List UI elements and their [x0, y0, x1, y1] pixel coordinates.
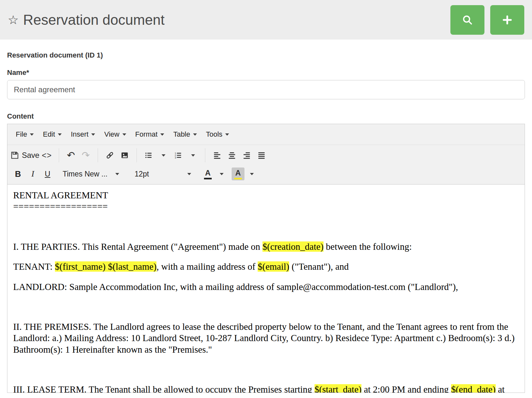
undo-icon: ↶: [67, 150, 75, 160]
search-icon: [462, 14, 473, 26]
insert-link-button[interactable]: [102, 148, 117, 163]
font-family-value: Times New ...: [63, 170, 108, 178]
chevron-down-icon: [191, 154, 195, 157]
toolbar-separator: [59, 148, 59, 162]
background-color-menu-button[interactable]: [244, 166, 259, 182]
font-family-select[interactable]: Times New ...: [59, 166, 122, 182]
numbered-list-menu-button[interactable]: [186, 148, 200, 163]
chevron-down-icon: [220, 173, 224, 175]
header-actions: [450, 5, 524, 35]
chevron-down-icon: [187, 173, 191, 175]
italic-icon: I: [31, 169, 34, 179]
menu-insert[interactable]: Insert: [66, 128, 100, 140]
chevron-down-icon: [58, 133, 62, 136]
text-color-button[interactable]: A: [201, 167, 214, 180]
background-color-control: A: [232, 166, 259, 182]
doc-text: TENANT:: [13, 261, 55, 272]
chevron-down-icon: [160, 133, 164, 136]
background-color-button[interactable]: A: [232, 167, 244, 180]
align-left-icon: [213, 151, 221, 159]
justify-button[interactable]: [254, 148, 269, 163]
editor-toolbar-row2: B I U Times New ... 12pt A A: [7, 166, 525, 184]
align-center-button[interactable]: [225, 148, 239, 163]
link-icon: [105, 151, 114, 160]
content-field-label: Content: [7, 112, 525, 121]
doc-text: III. LEASE TERM. The Tenant shall be all…: [13, 384, 315, 393]
font-size-select[interactable]: 12pt: [131, 166, 194, 182]
text-color-menu-button[interactable]: [214, 166, 229, 182]
doc-paragraph: [13, 301, 519, 312]
underline-icon: U: [45, 169, 50, 178]
floppy-disk-icon: [11, 151, 19, 159]
main-content: Reservation document (ID 1) Name* Conten…: [0, 51, 532, 393]
doc-text: , with a mailing address of: [156, 261, 258, 272]
chevron-down-icon: [250, 173, 254, 175]
doc-text: at 2:00 PM and ending: [361, 384, 451, 393]
bullet-list-menu-button[interactable]: [156, 148, 171, 163]
doc-text: RENTAL AGREEMENT ==================: [13, 190, 108, 212]
svg-text:3: 3: [174, 156, 176, 159]
menu-view[interactable]: View: [100, 128, 130, 140]
template-variable: $(email): [258, 261, 289, 272]
redo-button[interactable]: ↷: [78, 148, 93, 163]
page-title: Reservation document: [23, 12, 450, 28]
doc-text: LANDLORD: Sample Accommodation Inc, with…: [13, 282, 458, 292]
doc-paragraph: [13, 221, 519, 232]
numbered-list-icon: 1 2 3: [174, 151, 182, 159]
text-color-indicator: [204, 178, 212, 179]
code-icon: <>: [42, 151, 52, 160]
doc-text: ("Tenant"), and: [289, 261, 349, 272]
name-field-label: Name*: [7, 68, 525, 77]
doc-text: between the following:: [324, 241, 412, 252]
menu-tools[interactable]: Tools: [201, 128, 234, 140]
favorite-star-icon[interactable]: ☆: [8, 14, 19, 26]
background-color-indicator: [234, 178, 242, 179]
insert-image-button[interactable]: [117, 148, 132, 163]
image-icon: [120, 151, 129, 159]
menu-insert-label: Insert: [71, 130, 88, 139]
bold-button[interactable]: B: [11, 166, 25, 182]
justify-icon: [257, 151, 266, 159]
editor-menubar: File Edit Insert View Format Table Tools: [7, 124, 525, 145]
template-variable: $(creation_date): [262, 241, 324, 252]
italic-button[interactable]: I: [25, 166, 40, 182]
menu-table[interactable]: Table: [169, 128, 201, 140]
menu-tools-label: Tools: [206, 130, 222, 139]
menu-file[interactable]: File: [11, 128, 38, 140]
editor-toolbar-row1: Save <> ↶ ↷: [7, 145, 525, 166]
editor-content[interactable]: RENTAL AGREEMENT ==================I. TH…: [7, 184, 525, 393]
menu-edit[interactable]: Edit: [38, 128, 66, 140]
doc-paragraph: III. LEASE TERM. The Tenant shall be all…: [13, 384, 519, 393]
undo-button[interactable]: ↶: [64, 148, 78, 163]
underline-button[interactable]: U: [40, 166, 55, 182]
save-button[interactable]: Save: [11, 148, 40, 163]
search-button[interactable]: [450, 5, 484, 35]
menu-edit-label: Edit: [43, 130, 55, 139]
align-center-icon: [228, 151, 236, 159]
align-right-button[interactable]: [239, 148, 254, 163]
chevron-down-icon: [30, 133, 34, 136]
toolbar-separator: [205, 148, 205, 162]
align-left-button[interactable]: [210, 148, 225, 163]
add-button[interactable]: [490, 5, 524, 35]
bold-icon: B: [15, 169, 21, 179]
name-input[interactable]: [7, 80, 525, 99]
doc-paragraph: LANDLORD: Sample Accommodation Inc, with…: [13, 281, 519, 293]
numbered-list-button[interactable]: 1 2 3: [171, 148, 186, 163]
bullet-list-button[interactable]: [141, 148, 156, 163]
text-color-control: A: [201, 166, 229, 182]
doc-text: I. THE PARTIES. This Rental Agreement ("…: [13, 241, 262, 252]
chevron-down-icon: [122, 133, 126, 136]
font-size-value: 12pt: [135, 170, 149, 178]
redo-icon: ↷: [82, 150, 90, 160]
chevron-down-icon: [91, 133, 95, 136]
background-color-icon: A: [235, 169, 241, 177]
menu-file-label: File: [16, 130, 27, 139]
doc-paragraph: TENANT: $(first_name) $(last_name), with…: [13, 261, 519, 272]
menu-format[interactable]: Format: [131, 128, 169, 140]
doc-paragraph: RENTAL AGREEMENT ==================: [13, 190, 519, 213]
chevron-down-icon: [162, 154, 165, 157]
template-variable: $(end_date): [451, 384, 496, 393]
record-title: Reservation document (ID 1): [7, 51, 525, 59]
source-code-button[interactable]: <>: [40, 148, 54, 163]
